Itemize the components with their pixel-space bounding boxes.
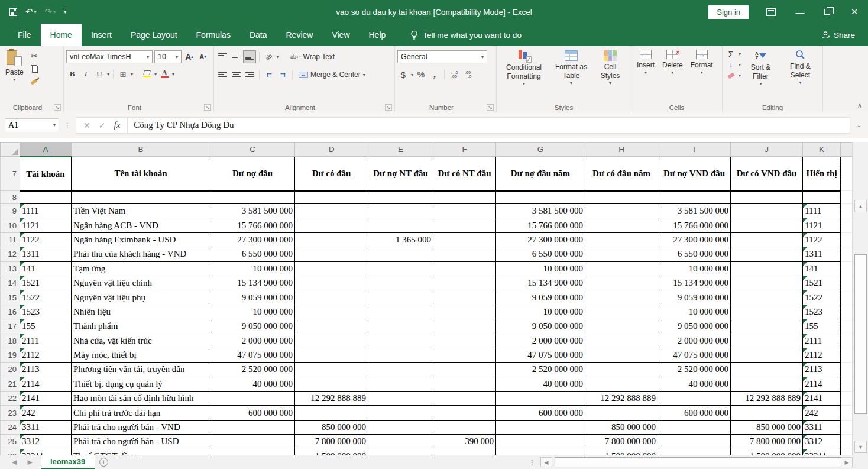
cell-A12[interactable]: 1311 bbox=[20, 247, 72, 261]
cell-E7[interactable]: Dư nợ NT đầu bbox=[368, 157, 433, 191]
alignment-dialog-launcher[interactable]: ↘ bbox=[385, 104, 392, 111]
wrap-text-button[interactable]: ab↩ Wrap Text bbox=[290, 53, 335, 61]
underline-dropdown[interactable]: ▾ bbox=[107, 72, 109, 77]
cell-J17[interactable] bbox=[731, 319, 803, 334]
cell-J15[interactable] bbox=[731, 290, 803, 305]
cell-B20[interactable]: Phương tiện vận tải, truyền dẫn bbox=[72, 363, 210, 377]
borders-dropdown[interactable]: ▾ bbox=[131, 72, 133, 77]
cell-B25[interactable]: Phải trả cho người bán - USD bbox=[72, 435, 210, 449]
share-button[interactable]: Share bbox=[821, 24, 855, 46]
cell-E13[interactable] bbox=[368, 261, 433, 276]
cell-F7[interactable]: Dư có NT đầu bbox=[433, 157, 496, 191]
cell-B7[interactable]: Tên tài khoản bbox=[72, 157, 210, 191]
cell-J11[interactable] bbox=[731, 232, 803, 247]
next-sheet-button[interactable]: ▶ bbox=[27, 458, 32, 466]
cell-A15[interactable]: 1522 bbox=[20, 290, 72, 305]
redo-button[interactable]: ↷▾ bbox=[45, 7, 56, 17]
sort-filter-dropdown[interactable]: ▾ bbox=[759, 81, 762, 87]
minimize-button[interactable]: — bbox=[786, 0, 814, 24]
cell-H25[interactable]: 7 800 000 000 bbox=[585, 435, 658, 449]
format-as-table-dropdown[interactable]: ▾ bbox=[570, 80, 572, 86]
align-center-button[interactable] bbox=[230, 69, 242, 80]
delete-cells-button[interactable]: × Delete ▾ bbox=[659, 48, 686, 77]
cell-E16[interactable] bbox=[368, 305, 433, 319]
cell-D10[interactable] bbox=[295, 218, 368, 232]
cell-C21[interactable]: 40 000 000 bbox=[210, 377, 295, 391]
cell-C9[interactable]: 3 581 500 000 bbox=[210, 204, 295, 218]
autosum-dropdown[interactable]: ▾ bbox=[739, 51, 741, 57]
font-dialog-launcher[interactable]: ↘ bbox=[204, 104, 211, 111]
cell-A19[interactable]: 2112 bbox=[20, 348, 72, 362]
cell-J9[interactable] bbox=[731, 204, 803, 218]
cell-I22[interactable] bbox=[658, 392, 731, 406]
decrease-indent-button[interactable]: ⇇ bbox=[263, 69, 275, 80]
decrease-font-size-button[interactable]: A▾ bbox=[197, 51, 209, 63]
cell-F20[interactable] bbox=[433, 363, 496, 377]
scroll-left-button[interactable]: ◀ bbox=[540, 457, 552, 467]
orientation-dropdown[interactable]: ▾ bbox=[277, 54, 279, 60]
format-painter-button[interactable] bbox=[28, 76, 40, 88]
cell-A7[interactable]: Tài khoản bbox=[20, 157, 72, 191]
format-cells-button[interactable]: ↔ Format ▾ bbox=[688, 48, 716, 77]
cell-J7[interactable]: Dư có VND đầu bbox=[731, 157, 803, 191]
redo-dropdown[interactable]: ▾ bbox=[53, 9, 56, 15]
cell-E19[interactable] bbox=[368, 348, 433, 362]
cell-J19[interactable] bbox=[731, 348, 803, 362]
row-header-16[interactable]: 16 bbox=[1, 305, 20, 319]
collapse-ribbon-button[interactable]: ∧ bbox=[857, 102, 862, 109]
number-dialog-launcher[interactable]: ↘ bbox=[487, 104, 494, 111]
decrease-decimal-button[interactable]: .00→.0 bbox=[462, 69, 474, 80]
cell-J10[interactable] bbox=[731, 218, 803, 232]
cell-A18[interactable]: 2111 bbox=[20, 334, 72, 348]
cell-H26[interactable]: 1 500 000 000 bbox=[585, 449, 658, 455]
cell-E18[interactable] bbox=[368, 334, 433, 348]
column-header-A[interactable]: A bbox=[20, 143, 72, 157]
increase-font-size-button[interactable]: A▴ bbox=[183, 51, 195, 63]
currency-button[interactable]: $ bbox=[397, 69, 409, 80]
copy-button[interactable] bbox=[28, 63, 40, 75]
font-name-dropdown[interactable]: ▾ bbox=[147, 54, 149, 60]
cell-D26[interactable]: 1 500 000 000 bbox=[295, 449, 368, 455]
currency-dropdown[interactable]: ▾ bbox=[411, 72, 413, 77]
cell-H10[interactable] bbox=[585, 218, 658, 232]
vertical-scrollbar[interactable]: ▲ ▼ bbox=[852, 142, 868, 455]
top-align-button[interactable] bbox=[216, 51, 228, 63]
cell-J16[interactable] bbox=[731, 305, 803, 319]
select-all-corner[interactable] bbox=[1, 143, 20, 157]
cell-K13[interactable]: 141 bbox=[803, 261, 841, 276]
tab-data[interactable]: Data bbox=[240, 24, 277, 46]
cell-D19[interactable] bbox=[295, 348, 368, 362]
row-header-21[interactable]: 21 bbox=[1, 377, 20, 391]
cell-G19[interactable]: 47 075 000 000 bbox=[496, 348, 585, 362]
cell-B22[interactable]: Hao mòn tài sản cố định hữu hình bbox=[72, 392, 210, 406]
bold-button[interactable]: B bbox=[66, 68, 78, 80]
row-header-8[interactable]: 8 bbox=[1, 191, 20, 204]
cell-E14[interactable] bbox=[368, 276, 433, 290]
cell-H15[interactable] bbox=[585, 290, 658, 305]
cell-D23[interactable] bbox=[295, 406, 368, 420]
column-header-I[interactable]: I bbox=[658, 143, 731, 157]
paste-dropdown[interactable]: ▾ bbox=[13, 77, 15, 83]
cell-H8[interactable] bbox=[585, 191, 658, 204]
cell-F9[interactable] bbox=[433, 204, 496, 218]
cell-E22[interactable] bbox=[368, 392, 433, 406]
cell-I9[interactable]: 3 581 500 000 bbox=[658, 204, 731, 218]
cell-G11[interactable]: 27 300 000 000 bbox=[496, 232, 585, 247]
cell-A10[interactable]: 1121 bbox=[20, 218, 72, 232]
cell-I24[interactable] bbox=[658, 420, 731, 434]
clear-button[interactable] bbox=[725, 70, 737, 80]
cell-I11[interactable]: 27 300 000 000 bbox=[658, 232, 731, 247]
percent-button[interactable]: % bbox=[415, 69, 427, 80]
cell-E23[interactable] bbox=[368, 406, 433, 420]
cell-A14[interactable]: 1521 bbox=[20, 276, 72, 290]
align-left-button[interactable] bbox=[216, 69, 228, 80]
cell-G7[interactable]: Dư nợ đầu năm bbox=[496, 157, 585, 191]
cell-G21[interactable]: 40 000 000 bbox=[496, 377, 585, 391]
horizontal-scrollbar-thumb[interactable] bbox=[555, 457, 850, 467]
cell-A22[interactable]: 2141 bbox=[20, 392, 72, 406]
cell-C11[interactable]: 27 300 000 000 bbox=[210, 232, 295, 247]
find-select-dropdown[interactable]: ▾ bbox=[799, 80, 801, 86]
column-header-H[interactable]: H bbox=[585, 143, 658, 157]
cell-G20[interactable]: 2 520 000 000 bbox=[496, 363, 585, 377]
cell-E17[interactable] bbox=[368, 319, 433, 334]
